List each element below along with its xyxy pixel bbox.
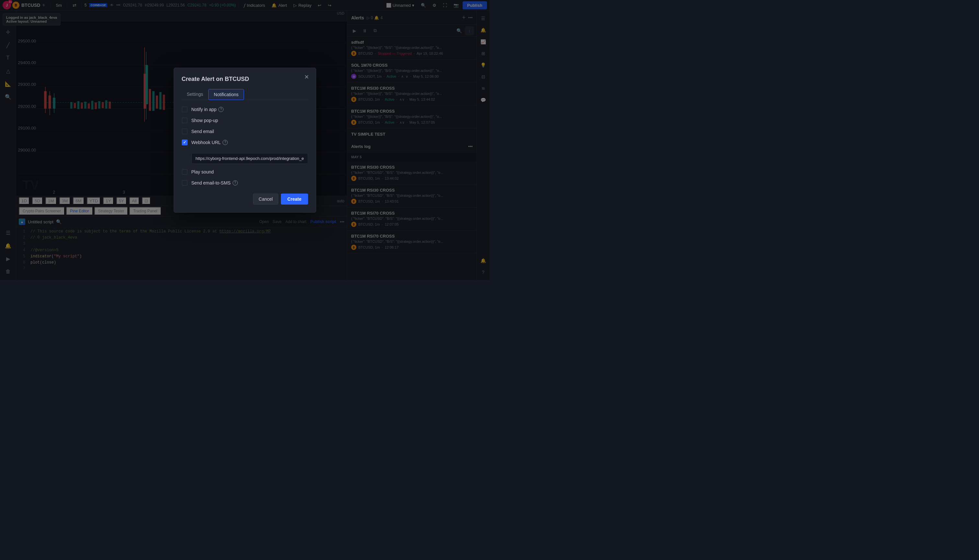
- modal-close-button[interactable]: ✕: [303, 73, 311, 81]
- send-email-option: Send email: [182, 128, 308, 134]
- send-sms-label: Send email-to-SMS ?: [192, 180, 238, 185]
- play-sound-checkbox[interactable]: [182, 169, 187, 175]
- checkmark-icon: ✓: [183, 140, 186, 145]
- play-sound-option: Play sound: [182, 169, 308, 175]
- notify-in-app-checkbox[interactable]: [182, 107, 187, 112]
- webhook-url-input[interactable]: [192, 153, 308, 164]
- notify-in-app-option: Notify in app ?: [182, 107, 308, 112]
- webhook-help-icon[interactable]: ?: [222, 140, 228, 145]
- show-popup-label: Show pop-up: [192, 118, 218, 123]
- sms-help-icon[interactable]: ?: [232, 180, 238, 185]
- modal-tab-settings[interactable]: Settings: [182, 89, 209, 100]
- send-email-label: Send email: [192, 129, 214, 134]
- webhook-url-option: ✓ Webhook URL ?: [182, 140, 308, 145]
- modal-tab-notifications[interactable]: Notifications: [208, 89, 244, 100]
- cancel-button[interactable]: Cancel: [253, 193, 278, 205]
- webhook-url-checkbox[interactable]: ✓: [182, 140, 187, 145]
- show-popup-option: Show pop-up: [182, 118, 308, 123]
- notify-help-icon[interactable]: ?: [218, 107, 224, 112]
- modal-overlay: Create Alert on BTCUSD ✕ Settings Notifi…: [0, 0, 490, 280]
- modal-actions: Cancel Create: [182, 193, 308, 205]
- send-sms-option: Send email-to-SMS ?: [182, 180, 308, 186]
- webhook-url-label: Webhook URL ?: [192, 140, 228, 145]
- notify-in-app-label: Notify in app ?: [192, 107, 224, 112]
- play-sound-label: Play sound: [192, 169, 214, 175]
- send-email-checkbox[interactable]: [182, 128, 187, 134]
- send-sms-checkbox[interactable]: [182, 180, 187, 186]
- modal-tabs: Settings Notifications: [182, 89, 308, 100]
- create-button[interactable]: Create: [281, 193, 308, 205]
- create-alert-modal: Create Alert on BTCUSD ✕ Settings Notifi…: [174, 68, 316, 213]
- modal-title: Create Alert on BTCUSD: [182, 76, 308, 83]
- show-popup-checkbox[interactable]: [182, 118, 187, 123]
